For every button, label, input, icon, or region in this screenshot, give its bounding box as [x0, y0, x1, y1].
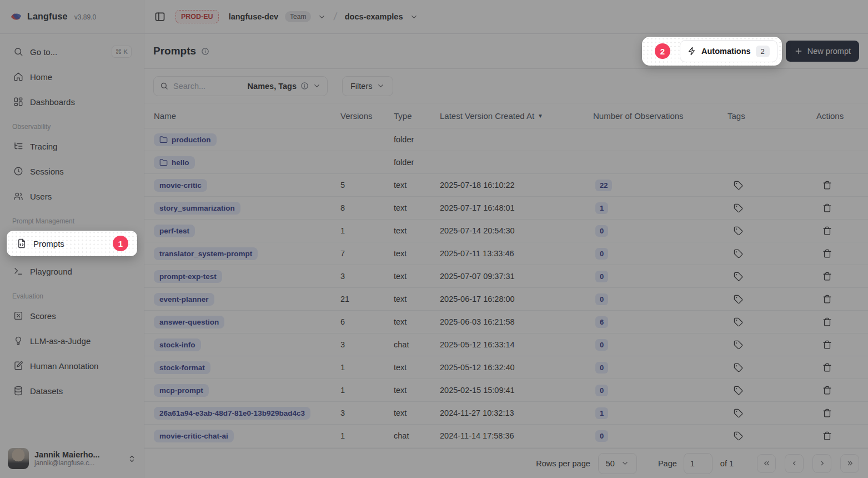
- table-row[interactable]: stock-format1text2025-05-12 16:32:400: [144, 356, 868, 379]
- page-label: Page: [658, 459, 677, 468]
- first-page-button[interactable]: [757, 454, 776, 473]
- chevron-down-icon: [621, 459, 629, 467]
- user-name: Jannik Maierho...: [34, 450, 122, 459]
- column-header-number-of-observations: Number of Observations: [593, 111, 727, 121]
- column-header-actions: Actions: [816, 111, 868, 121]
- delete-prompt-button[interactable]: [819, 268, 835, 284]
- tag-icon: [734, 317, 743, 327]
- prompt-name-pill[interactable]: translator_system-prompt: [154, 247, 258, 260]
- table-row[interactable]: answer-question6text2025-06-03 16:21:586: [144, 311, 868, 333]
- versions-cell: 3: [340, 409, 394, 417]
- delete-prompt-button[interactable]: [819, 382, 835, 398]
- sidebar-item-home[interactable]: Home: [7, 67, 137, 87]
- table-row[interactable]: translator_system-prompt7text2025-07-11 …: [144, 242, 868, 265]
- prompt-name-pill[interactable]: 26a61a94-e3ab-48d7-81e0-13b929bad4c3: [154, 407, 310, 420]
- step-1-badge: 1: [113, 236, 128, 251]
- row-tags-button[interactable]: [730, 268, 746, 284]
- sidebar-item-go-to[interactable]: Go to...⌘ K: [7, 42, 137, 62]
- prompt-name-pill[interactable]: stock-info: [154, 338, 201, 351]
- row-tags-button[interactable]: [730, 223, 746, 238]
- prompt-name-pill[interactable]: mcp-prompt: [154, 384, 209, 397]
- row-tags-button[interactable]: [730, 428, 746, 444]
- last-page-button[interactable]: [840, 454, 859, 473]
- prompt-name-pill[interactable]: event-planner: [154, 293, 214, 306]
- prompt-name-pill[interactable]: perf-test: [154, 225, 195, 237]
- observations-count-badge: 0: [595, 385, 608, 396]
- user-menu[interactable]: Jannik Maierho... jannik@langfuse.c...: [0, 441, 144, 478]
- row-tags-button[interactable]: [730, 177, 746, 193]
- organization-name[interactable]: langfuse-dev: [229, 12, 278, 21]
- table-row[interactable]: event-planner21text2025-06-17 16:28:000: [144, 288, 868, 311]
- sidebar-item-prompts[interactable]: Prompts1: [10, 233, 134, 253]
- search-scope-selector[interactable]: Names, Tags: [248, 82, 321, 91]
- folder-name-pill[interactable]: production: [154, 133, 217, 146]
- sidebar-item-users[interactable]: Users: [7, 186, 137, 206]
- observations-count-badge: 0: [595, 362, 608, 374]
- table-row[interactable]: story_summarization8text2025-07-17 16:48…: [144, 197, 868, 220]
- row-tags-button[interactable]: [730, 291, 746, 307]
- sidebar-item-sessions[interactable]: Sessions: [7, 161, 137, 181]
- type-cell: text: [394, 386, 440, 395]
- table-row[interactable]: hellofolder: [144, 151, 868, 174]
- prompt-name-pill[interactable]: stock-format: [154, 361, 210, 374]
- row-tags-button[interactable]: [730, 405, 746, 421]
- table-row[interactable]: stock-info3chat2025-05-12 16:33:140: [144, 333, 868, 356]
- folder-name-pill[interactable]: hello: [154, 156, 195, 169]
- table-row[interactable]: perf-test1text2025-07-14 20:54:300: [144, 220, 868, 242]
- sidebar-item-tracing[interactable]: Tracing: [7, 136, 137, 156]
- table-row[interactable]: productionfolder: [144, 128, 868, 151]
- next-page-button[interactable]: [812, 454, 831, 473]
- info-icon[interactable]: [201, 47, 209, 56]
- row-tags-button[interactable]: [730, 200, 746, 216]
- previous-page-button[interactable]: [785, 454, 804, 473]
- chevrons-right-icon: [846, 459, 854, 467]
- sidebar-item-scores[interactable]: Scores: [7, 306, 137, 326]
- prompt-name-pill[interactable]: movie-critic-chat-ai: [154, 430, 234, 442]
- page-number-input[interactable]: 1: [684, 453, 713, 474]
- sidebar-item-datasets[interactable]: Datasets: [7, 381, 137, 401]
- file-code-icon: [17, 238, 27, 248]
- sidebar-item-dashboards[interactable]: Dashboards: [7, 92, 137, 112]
- filters-button[interactable]: Filters: [342, 76, 393, 96]
- new-prompt-button[interactable]: New prompt: [786, 41, 859, 62]
- sidebar-item-llm-as-a-judge[interactable]: LLM-as-a-Judge: [7, 331, 137, 351]
- row-tags-button[interactable]: [730, 360, 746, 375]
- table-row[interactable]: movie-critic-chat-ai1chat2024-11-14 17:5…: [144, 425, 868, 447]
- delete-prompt-button[interactable]: [819, 360, 835, 375]
- sidebar-item-human-annotation[interactable]: Human Annotation: [7, 356, 137, 376]
- delete-prompt-button[interactable]: [819, 246, 835, 261]
- plus-icon: [794, 47, 803, 56]
- delete-prompt-button[interactable]: [819, 405, 835, 421]
- row-tags-button[interactable]: [730, 337, 746, 352]
- prompt-name-pill[interactable]: story_summarization: [154, 202, 240, 215]
- rows-per-page-select[interactable]: 50: [598, 453, 637, 474]
- chevron-down-icon[interactable]: [318, 13, 326, 21]
- column-header-latest-version-created-at[interactable]: Latest Version Created At▼: [440, 111, 593, 121]
- project-name[interactable]: docs-examples: [345, 12, 403, 21]
- sidebar-toggle-icon[interactable]: [154, 11, 165, 22]
- automations-button[interactable]: Automations 2: [680, 40, 777, 62]
- prompt-name-pill[interactable]: answer-question: [154, 316, 224, 328]
- search-input[interactable]: Search... Names, Tags: [153, 76, 328, 96]
- table-row[interactable]: 26a61a94-e3ab-48d7-81e0-13b929bad4c33tex…: [144, 402, 868, 425]
- table-row[interactable]: prompt-exp-test3text2025-07-07 09:37:310: [144, 265, 868, 288]
- row-tags-button[interactable]: [730, 314, 746, 330]
- delete-prompt-button[interactable]: [819, 177, 835, 193]
- trash-icon: [822, 317, 832, 327]
- sidebar-item-playground[interactable]: Playground: [7, 261, 137, 281]
- chevron-down-icon[interactable]: [410, 13, 418, 21]
- prompt-name-pill[interactable]: movie-critic: [154, 179, 207, 192]
- delete-prompt-button[interactable]: [819, 200, 835, 216]
- created-at-cell: 2025-02-15 15:09:41: [440, 386, 593, 395]
- delete-prompt-button[interactable]: [819, 223, 835, 238]
- table-row[interactable]: movie-critic5text2025-07-18 16:10:2222: [144, 174, 868, 197]
- delete-prompt-button[interactable]: [819, 337, 835, 352]
- row-tags-button[interactable]: [730, 382, 746, 398]
- created-at-cell: 2024-11-27 10:32:13: [440, 409, 593, 417]
- delete-prompt-button[interactable]: [819, 291, 835, 307]
- row-tags-button[interactable]: [730, 246, 746, 261]
- delete-prompt-button[interactable]: [819, 314, 835, 330]
- delete-prompt-button[interactable]: [819, 428, 835, 444]
- table-row[interactable]: mcp-prompt1text2025-02-15 15:09:410: [144, 379, 868, 402]
- prompt-name-pill[interactable]: prompt-exp-test: [154, 270, 222, 283]
